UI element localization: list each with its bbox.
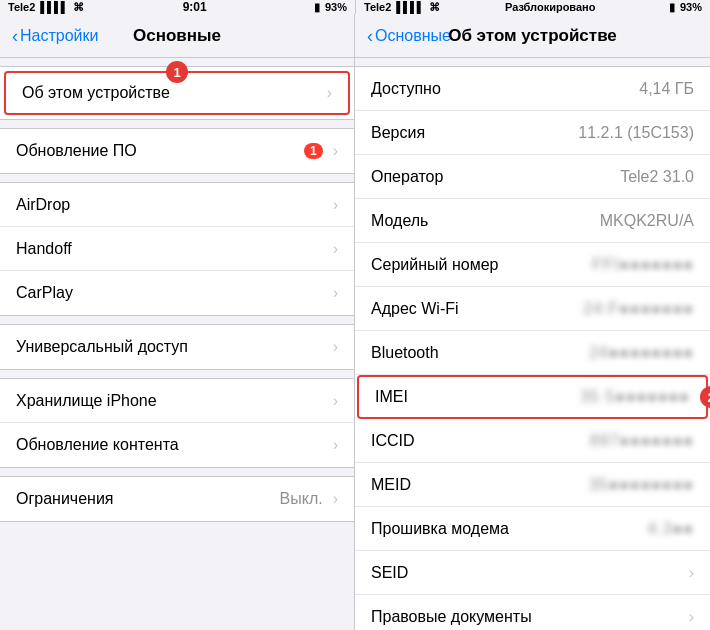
storage-section: Хранилище iPhone › Обновление контента ›	[0, 378, 354, 468]
serial-label: Серийный номер	[371, 256, 592, 274]
version-value: 11.2.1 (15C153)	[578, 124, 694, 142]
accessibility-cell[interactable]: Универсальный доступ ›	[0, 325, 354, 369]
imei-label: IMEI	[375, 388, 580, 406]
right-battery-icon: ▮	[669, 1, 675, 14]
carplay-cell[interactable]: CarPlay ›	[0, 271, 354, 315]
right-battery-pct: 93%	[680, 1, 702, 13]
iccid-row: ICCID 897●●●●●●●	[355, 419, 710, 463]
update-label: Обновление ПО	[16, 142, 304, 160]
storage-label: Хранилище iPhone	[16, 392, 329, 410]
left-back-chevron: ‹	[12, 27, 18, 45]
meid-value: 35●●●●●●●●	[589, 476, 694, 494]
serial-value: FFI●●●●●●●	[592, 256, 694, 274]
airdrop-chevron: ›	[333, 196, 338, 214]
airdrop-section: AirDrop › Handoff › CarPlay ›	[0, 182, 354, 316]
handoff-chevron: ›	[333, 240, 338, 258]
accessibility-chevron: ›	[333, 338, 338, 356]
legal-label: Правовые документы	[371, 608, 683, 626]
carrier-value: Tele2 31.0	[620, 168, 694, 186]
carrier-label: Оператор	[371, 168, 620, 186]
bluetooth-row: Bluetooth 24●●●●●●●●	[355, 331, 710, 375]
handoff-cell[interactable]: Handoff ›	[0, 227, 354, 271]
left-content: 1 Об этом устройстве › Обновление ПО 1 ›	[0, 58, 354, 630]
bluetooth-label: Bluetooth	[371, 344, 589, 362]
update-section: Обновление ПО 1 ›	[0, 128, 354, 174]
about-chevron: ›	[327, 84, 332, 102]
restrictions-section: Ограничения Выкл. ›	[0, 476, 354, 522]
update-badge: 1	[304, 143, 323, 159]
accessibility-label: Универсальный доступ	[16, 338, 329, 356]
about-section: 1 Об этом устройстве ›	[0, 66, 354, 120]
right-bt-icon	[661, 1, 664, 13]
left-back-button[interactable]: ‹ Настройки	[12, 27, 98, 45]
bgupdate-chevron: ›	[333, 436, 338, 454]
wifi-addr-label: Адрес Wi-Fi	[371, 300, 583, 318]
available-row: Доступно 4,14 ГБ	[355, 67, 710, 111]
modem-label: Прошивка модема	[371, 520, 647, 538]
available-label: Доступно	[371, 80, 639, 98]
wifi-addr-row: Адрес Wi-Fi 24:F●●●●●●●	[355, 287, 710, 331]
model-label: Модель	[371, 212, 600, 230]
restrictions-label: Ограничения	[16, 490, 280, 508]
right-back-button[interactable]: ‹ Основные	[367, 27, 451, 45]
legal-row[interactable]: Правовые документы ›	[355, 595, 710, 630]
update-chevron: ›	[333, 142, 338, 160]
airdrop-label: AirDrop	[16, 196, 329, 214]
left-bt-icon	[306, 1, 309, 13]
handoff-label: Handoff	[16, 240, 329, 258]
wifi-addr-value: 24:F●●●●●●●	[583, 300, 694, 318]
right-wifi-icon: ⌘	[429, 1, 440, 14]
right-content: Доступно 4,14 ГБ Версия 11.2.1 (15C153) …	[355, 58, 710, 630]
modem-row: Прошивка модема 4.3●●	[355, 507, 710, 551]
device-info-section: Доступно 4,14 ГБ Версия 11.2.1 (15C153) …	[355, 66, 710, 630]
circle-1: 1	[166, 61, 188, 83]
legal-chevron: ›	[689, 608, 694, 626]
imei-row: IMEI 35 5●●●●●●●	[357, 375, 708, 419]
carplay-label: CarPlay	[16, 284, 329, 302]
left-battery-icon: ▮	[314, 1, 320, 14]
update-cell[interactable]: Обновление ПО 1 ›	[0, 129, 354, 173]
restrictions-chevron: ›	[333, 490, 338, 508]
iccid-label: ICCID	[371, 432, 590, 450]
left-signal-icon: ▌▌▌▌	[40, 1, 67, 13]
modem-value: 4.3●●	[647, 520, 694, 538]
about-label: Об этом устройстве	[22, 84, 323, 102]
version-row: Версия 11.2.1 (15C153)	[355, 111, 710, 155]
seid-label: SEID	[371, 564, 683, 582]
right-back-chevron: ‹	[367, 27, 373, 45]
available-value: 4,14 ГБ	[639, 80, 694, 98]
right-unlocked-label: Разблокировано	[445, 1, 656, 13]
airdrop-cell[interactable]: AirDrop ›	[0, 183, 354, 227]
seid-row[interactable]: SEID ›	[355, 551, 710, 595]
model-row: Модель MKQK2RU/A	[355, 199, 710, 243]
model-value: MKQK2RU/A	[600, 212, 694, 230]
left-time: 9:01	[89, 0, 301, 14]
about-row-wrapper: 1 Об этом устройстве ›	[0, 71, 354, 115]
right-signal-icon: ▌▌▌▌	[396, 1, 423, 13]
iccid-value: 897●●●●●●●	[590, 432, 694, 450]
left-panel: ‹ Настройки Основные 1 Об этом устройств…	[0, 14, 355, 630]
restrictions-cell[interactable]: Ограничения Выкл. ›	[0, 477, 354, 521]
seid-chevron: ›	[689, 564, 694, 582]
storage-cell[interactable]: Хранилище iPhone ›	[0, 379, 354, 423]
serial-row: Серийный номер FFI●●●●●●●	[355, 243, 710, 287]
left-nav-bar: ‹ Настройки Основные	[0, 14, 354, 58]
left-wifi-icon: ⌘	[73, 1, 84, 14]
left-battery-pct: 93%	[325, 1, 347, 13]
version-label: Версия	[371, 124, 578, 142]
carplay-chevron: ›	[333, 284, 338, 302]
accessibility-section: Универсальный доступ ›	[0, 324, 354, 370]
restrictions-value: Выкл.	[280, 490, 323, 508]
left-status-bar: Tele2 ▌▌▌▌ ⌘ 9:01 ▮ 93%	[0, 0, 355, 14]
meid-label: MEID	[371, 476, 589, 494]
right-nav-bar: ‹ Основные Об этом устройстве	[355, 14, 710, 58]
left-nav-title: Основные	[133, 26, 221, 46]
right-back-label: Основные	[375, 27, 451, 45]
storage-chevron: ›	[333, 392, 338, 410]
meid-row: MEID 35●●●●●●●●	[355, 463, 710, 507]
bgupdate-cell[interactable]: Обновление контента ›	[0, 423, 354, 467]
carrier-row: Оператор Tele2 31.0	[355, 155, 710, 199]
right-carrier: Tele2	[364, 1, 391, 13]
bgupdate-label: Обновление контента	[16, 436, 329, 454]
imei-row-wrapper: IMEI 35 5●●●●●●● 2	[355, 375, 710, 419]
